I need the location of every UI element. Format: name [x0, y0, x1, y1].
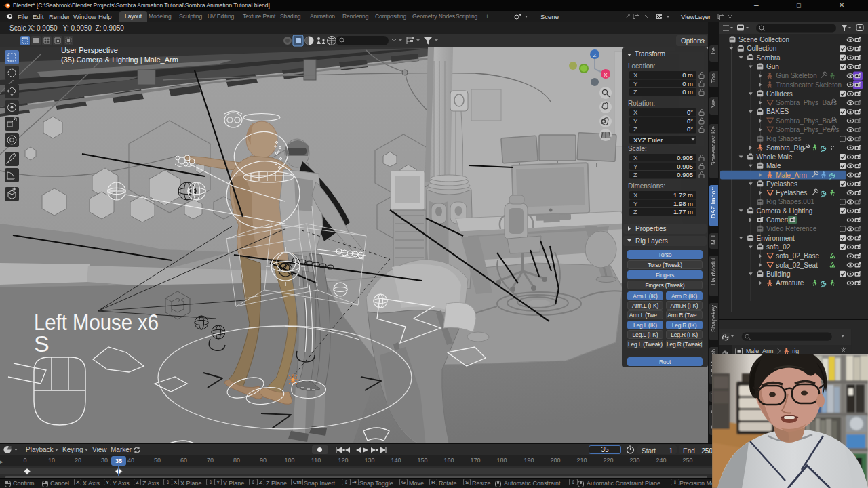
- svg-text:0.905: 0.905: [677, 163, 693, 170]
- svg-text:Z: Z: [633, 125, 637, 133]
- svg-text:Eyelashes: Eyelashes: [776, 189, 807, 197]
- svg-text:Options: Options: [681, 37, 704, 45]
- svg-text:0°: 0°: [687, 117, 693, 125]
- svg-text:Male_Arm: Male_Arm: [776, 171, 807, 179]
- svg-text:1.72 m: 1.72 m: [673, 191, 693, 199]
- svg-text:Camera & Lighting: Camera & Lighting: [757, 207, 813, 215]
- svg-text:Camera: Camera: [766, 216, 791, 224]
- svg-text:X: X: [633, 108, 638, 116]
- svg-text:Y: Y: [633, 117, 638, 125]
- svg-text:X: X: [633, 191, 638, 199]
- svg-text:Sombra_Rig: Sombra_Rig: [766, 144, 804, 152]
- svg-text:Z: Z: [633, 88, 637, 96]
- svg-text:Y: Y: [633, 200, 638, 207]
- svg-text:Rotation:: Rotation:: [628, 100, 655, 107]
- svg-text:Gun Skeleton: Gun Skeleton: [776, 72, 817, 79]
- svg-text:Environment: Environment: [757, 235, 795, 242]
- svg-text:Dimensions:: Dimensions:: [628, 182, 665, 190]
- svg-text:Y: Y: [633, 163, 638, 170]
- svg-text:sofa_02: sofa_02: [766, 243, 791, 251]
- svg-text:Gun: Gun: [766, 63, 779, 70]
- svg-text:X: X: [604, 72, 608, 78]
- svg-text:Z: Z: [633, 171, 637, 178]
- svg-text:Scene Collection: Scene Collection: [738, 36, 789, 43]
- svg-text:Sombra_Phys_Balls: Sombra_Phys_Balls: [776, 117, 837, 125]
- svg-text:Building: Building: [766, 270, 791, 278]
- svg-text:0°: 0°: [687, 108, 693, 116]
- svg-text:Collection: Collection: [747, 45, 776, 52]
- svg-text:1.77 m: 1.77 m: [673, 208, 693, 216]
- svg-text:Rig Shapes: Rig Shapes: [766, 135, 802, 142]
- svg-text:Male_Arm: Male_Arm: [746, 348, 773, 354]
- svg-text:Left Mouse x6: Left Mouse x6: [34, 309, 159, 335]
- svg-text:Sombra_Phys_Balls: Sombra_Phys_Balls: [776, 99, 837, 106]
- svg-text:1.98 m: 1.98 m: [673, 200, 693, 207]
- svg-text:0 m: 0 m: [682, 71, 693, 79]
- svg-text:Sombra_Phys_Penis: Sombra_Phys_Penis: [776, 126, 839, 134]
- svg-text:sofa_02_Base: sofa_02_Base: [776, 252, 819, 260]
- svg-text:0°: 0°: [687, 125, 693, 133]
- svg-text:Transform: Transform: [635, 50, 665, 58]
- svg-text:0 m: 0 m: [682, 88, 693, 96]
- svg-text:Z: Z: [593, 52, 597, 58]
- svg-text:BAKES: BAKES: [766, 108, 789, 115]
- svg-text:S: S: [34, 331, 50, 357]
- svg-text:0 m: 0 m: [682, 80, 693, 87]
- svg-text:rig: rig: [792, 348, 799, 354]
- svg-text:Whole Male: Whole Male: [757, 153, 793, 161]
- svg-text:X: X: [633, 154, 638, 161]
- svg-text:0.905: 0.905: [677, 171, 693, 178]
- svg-text:User Perspective: User Perspective: [61, 47, 118, 54]
- svg-text:Translocator Skeleton: Translocator Skeleton: [776, 81, 842, 89]
- svg-text:Armature: Armature: [776, 279, 804, 287]
- svg-text:0.905: 0.905: [677, 154, 693, 161]
- svg-text:Y: Y: [633, 80, 638, 87]
- svg-text:sofa_02_Seat: sofa_02_Seat: [776, 262, 818, 269]
- svg-text:Z: Z: [633, 208, 637, 216]
- svg-text:Rig Layers: Rig Layers: [635, 237, 668, 245]
- svg-text:Scale:: Scale:: [628, 145, 647, 152]
- svg-text:Eyelashes: Eyelashes: [766, 180, 797, 188]
- svg-text:Male: Male: [766, 162, 781, 169]
- svg-text:Sombra: Sombra: [757, 54, 781, 62]
- svg-text:Properties: Properties: [635, 225, 667, 232]
- svg-text:Location:: Location:: [628, 62, 656, 70]
- svg-text:(35) Camera & Lighting | Male_: (35) Camera & Lighting | Male_Arm: [61, 56, 178, 64]
- svg-text:XYZ Euler: XYZ Euler: [633, 136, 663, 144]
- svg-text:X: X: [633, 71, 638, 79]
- svg-text:Video Reference: Video Reference: [766, 225, 817, 232]
- svg-text:Rig Shapes.001: Rig Shapes.001: [766, 198, 815, 205]
- svg-text:Colliders: Colliders: [766, 90, 793, 98]
